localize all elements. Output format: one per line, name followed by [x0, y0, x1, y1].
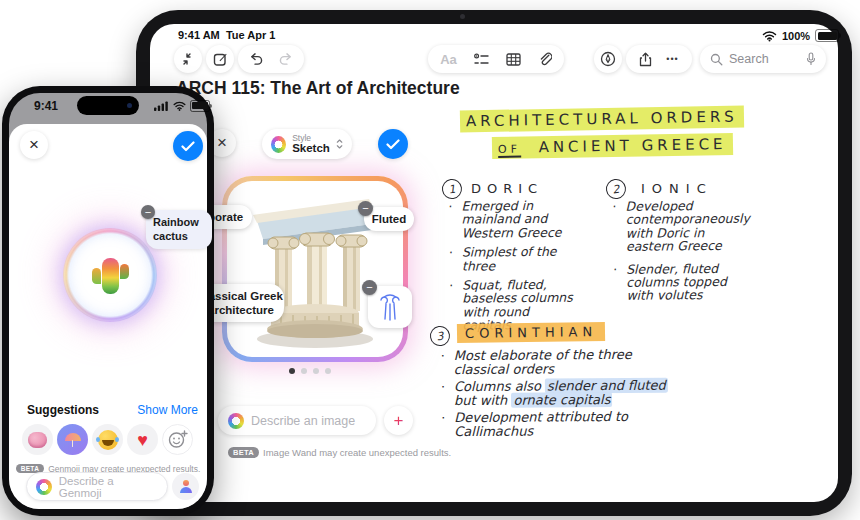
remove-prompt-button[interactable]: −	[141, 205, 155, 219]
iphone-status-time: 9:41	[34, 99, 58, 113]
paperclip-icon[interactable]	[538, 52, 552, 67]
generated-image-card[interactable]	[222, 176, 408, 362]
collapse-button[interactable]	[174, 45, 202, 73]
describe-genmoji-placeholder: Describe a Genmoji	[59, 475, 158, 499]
column-sketch-icon	[377, 292, 403, 322]
beta-badge: BETA	[228, 447, 259, 458]
mic-icon[interactable]	[806, 52, 816, 66]
prompt-chip-rainbow-cactus[interactable]: Rainbow cactus	[146, 210, 212, 249]
brain-emoji	[28, 432, 47, 448]
ellipsis-icon[interactable]: •••	[666, 54, 678, 64]
search-icon	[710, 53, 723, 66]
plus-icon: +	[394, 411, 404, 431]
ipad-status-time: 9:41 AM Tue Apr 1	[178, 29, 275, 41]
iphone-status-right	[154, 100, 210, 112]
notes-heading-line2: OF ANCIENT GREECE	[492, 135, 733, 157]
remove-thumbnail-button[interactable]: −	[362, 280, 377, 295]
add-image-button[interactable]: +	[384, 406, 413, 435]
person-icon	[179, 480, 193, 493]
style-picker[interactable]: Style Sketch	[262, 129, 352, 159]
section-title-ionic: IONIC	[641, 181, 713, 196]
describe-image-input[interactable]: Describe an image	[218, 406, 376, 435]
table-icon[interactable]	[506, 53, 521, 66]
laughing-tears-emoji	[98, 430, 118, 450]
notes-heading-line1: ARCHITECTURAL ORDERS	[460, 108, 744, 131]
battery-icon	[815, 29, 839, 42]
close-icon: ×	[217, 133, 227, 153]
suggestion-heart[interactable]: ♥	[127, 424, 158, 455]
umbrella-emoji	[65, 433, 81, 447]
battery-icon	[190, 100, 210, 112]
format-tools-group: Aa	[428, 45, 564, 73]
style-label: Style	[292, 134, 330, 143]
style-value: Sketch	[292, 142, 330, 154]
minus-icon: −	[145, 207, 151, 218]
genmoji-rainbow-icon	[36, 479, 52, 495]
undo-icon[interactable]	[248, 52, 263, 66]
redo-icon[interactable]	[279, 52, 294, 66]
remove-fluted-button[interactable]: −	[358, 201, 373, 216]
suggestion-umbrella[interactable]	[57, 424, 88, 455]
compose-button[interactable]	[206, 45, 234, 73]
corinthian-bullets: ·Most elaborate of the three classical o…	[441, 347, 787, 445]
ipad-status-right: 100%	[762, 29, 839, 42]
dynamic-island	[77, 96, 139, 115]
search-field[interactable]: Search	[700, 45, 826, 73]
describe-genmoji-input[interactable]: Describe a Genmoji	[26, 472, 168, 501]
image-wand-beta-note: BETAImage Wand may create unexpected res…	[228, 443, 451, 461]
share-icon[interactable]	[639, 52, 652, 67]
cactus-arm	[120, 264, 129, 279]
describe-image-placeholder: Describe an image	[251, 414, 355, 428]
section-title-corinthian: CORINTHIAN	[457, 324, 605, 341]
genmoji-close-button[interactable]: ×	[20, 131, 48, 159]
doric-bullets: ·Emerged in mainland and Western Greece …	[448, 198, 617, 338]
suggestions-label: Suggestions	[27, 403, 99, 417]
show-more-link[interactable]: Show More	[128, 403, 198, 417]
search-placeholder: Search	[729, 52, 800, 66]
red-heart-emoji: ♥	[137, 431, 148, 449]
style-rainbow-icon	[271, 136, 286, 153]
markup-pen-icon	[600, 51, 616, 67]
section-title-doric: DORIC	[471, 181, 543, 196]
text-format-button[interactable]: Aa	[440, 52, 457, 67]
chevron-up-down-icon	[336, 138, 343, 150]
profile-emoji-button[interactable]	[172, 473, 199, 500]
wifi-icon	[173, 101, 186, 111]
cactus-arm	[92, 268, 101, 284]
minus-icon: −	[362, 203, 368, 214]
suggestion-laughing[interactable]	[92, 424, 123, 455]
suggestion-brain[interactable]	[22, 424, 53, 455]
add-emoji-icon	[168, 430, 188, 449]
checkmark-icon	[386, 139, 400, 150]
rainbow-cactus-emoji	[102, 258, 119, 294]
genmoji-accept-button[interactable]	[173, 131, 203, 161]
minus-icon: −	[366, 282, 372, 293]
undo-redo-group	[238, 45, 304, 73]
image-wand-accept-button[interactable]	[378, 129, 408, 159]
ipad-camera-dot	[460, 14, 465, 19]
image-wand-rainbow-icon	[228, 413, 244, 429]
cellular-icon	[154, 101, 169, 111]
close-icon: ×	[29, 135, 39, 155]
marketing-composite: 9:41 AM Tue Apr 1 100%	[0, 0, 860, 520]
compose-icon	[213, 52, 228, 67]
image-pagination-dots[interactable]	[286, 360, 334, 378]
collapse-icon	[181, 52, 195, 66]
wifi-icon	[762, 30, 777, 42]
ionic-bullets: ·Developed contemporaneously with Doric …	[613, 198, 814, 309]
suggestion-add-emoji[interactable]	[162, 424, 193, 455]
checklist-icon[interactable]	[474, 53, 489, 66]
share-more-group: •••	[626, 45, 692, 73]
checkmark-icon	[181, 141, 195, 152]
note-title: ARCH 115: The Art of Architecture	[176, 78, 460, 99]
battery-percent: 100%	[782, 30, 810, 42]
markup-button[interactable]	[594, 45, 622, 73]
